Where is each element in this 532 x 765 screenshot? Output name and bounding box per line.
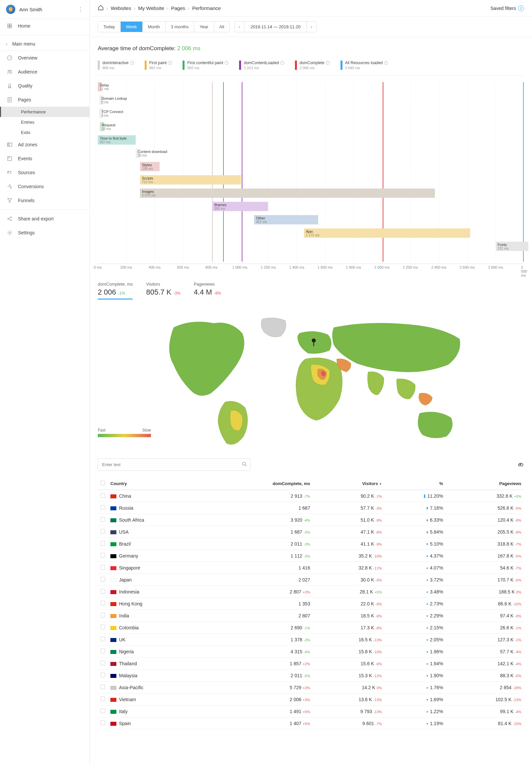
nav-ad-zones[interactable]: Ad zones (0, 138, 89, 152)
th-country[interactable]: Country (108, 477, 206, 490)
table-row[interactable]: Germany1 112-3%35.2 K-10%4.37%167.8 K-5% (98, 550, 524, 562)
help-icon[interactable]: ? (130, 61, 134, 65)
wf-bar-delay[interactable]: Delay11 ms (98, 82, 102, 91)
table-row[interactable]: China2 913-7%90.2 K-1%11.20%332.8 K+5% (98, 490, 524, 502)
row-checkbox[interactable] (100, 625, 105, 629)
date-range-text[interactable]: 2019.11.14 — 2019.11.20 (245, 22, 306, 32)
search-icon[interactable] (242, 461, 248, 468)
table-row[interactable]: Brazil2 011-3%41.1 K-9%5.10%318.8 K-7% (98, 538, 524, 550)
table-row[interactable]: India2 80718.5 K-6%2.29%97.4 K-8% (98, 610, 524, 622)
main-menu-back[interactable]: ‹ Main menu (0, 37, 89, 51)
table-row[interactable]: Hong Kong1 35322.0 K-9%2.73%86.6 K-10% (98, 598, 524, 610)
table-row[interactable]: Vietnam2 006+3%13.6 K-13%1.69%102.5 K-13… (98, 693, 524, 705)
nav-funnels[interactable]: Funnels (0, 194, 89, 208)
date-prev[interactable]: ‹ (235, 22, 245, 32)
search-input[interactable] (98, 458, 251, 471)
th-pv[interactable]: Pageviews (446, 477, 524, 490)
row-checkbox[interactable] (100, 685, 105, 689)
nav-home[interactable]: Home (0, 19, 89, 33)
table-row[interactable]: Singapore1 41632.8 K-11%4.07%54.6 K-7% (98, 562, 524, 574)
row-checkbox[interactable] (100, 696, 105, 701)
nav-settings[interactable]: Settings (0, 226, 89, 240)
row-checkbox[interactable] (100, 541, 105, 545)
row-checkbox[interactable] (100, 708, 105, 713)
row-checkbox[interactable] (100, 505, 105, 510)
row-checkbox[interactable] (100, 529, 105, 534)
wf-bar-scripts[interactable]: Scripts712 ms (140, 175, 241, 185)
nav-audience[interactable]: Audience (0, 65, 89, 79)
home-icon[interactable] (98, 5, 104, 12)
th-dom[interactable]: domComplete, ms (206, 477, 312, 490)
wf-bar-time-to-first-byte[interactable]: Time to first byte267 ms (98, 135, 136, 145)
subnav-exits[interactable]: Exits (0, 127, 89, 138)
avatar[interactable] (6, 5, 15, 14)
range-month[interactable]: Month (143, 22, 166, 32)
help-icon[interactable]: ? (225, 61, 229, 65)
table-row[interactable]: Spain1 407+5%9 601-7%1.19%81.4 K-10% (98, 717, 524, 729)
table-row[interactable]: Indonesia2 807+3%28.1 K+5%3.48%188.5 K0% (98, 586, 524, 598)
nav-pages[interactable]: Pages (0, 93, 89, 107)
crumb[interactable]: Websites (111, 5, 131, 11)
nav-conversions[interactable]: Conversions (0, 180, 89, 194)
wf-bar-domain-lookup[interactable]: Domain Lookup0 ms (99, 95, 103, 105)
help-icon[interactable]: ? (326, 61, 330, 65)
range-year[interactable]: Year (194, 22, 214, 32)
help-icon[interactable]: ? (384, 61, 388, 65)
range-3-months[interactable]: 3 months (166, 22, 194, 32)
wf-bar-styles[interactable]: Styles138 ms (140, 162, 160, 171)
saved-filters[interactable]: Saved filters 0 (490, 5, 524, 11)
table-row[interactable]: Colombia2 690-1%17.3 K-8%2.15%26.6 K-1% (98, 622, 524, 634)
row-checkbox[interactable] (100, 565, 105, 569)
row-checkbox[interactable] (100, 517, 105, 522)
help-icon[interactable]: ? (280, 61, 284, 65)
range-all[interactable]: All (214, 22, 230, 32)
row-checkbox[interactable] (100, 589, 105, 593)
row-checkbox[interactable] (100, 661, 105, 665)
row-checkbox[interactable] (100, 577, 105, 581)
wf-bar-ajax[interactable]: Ajax1 172 ms (304, 229, 470, 238)
range-week[interactable]: Week (121, 22, 143, 32)
th-visitors[interactable]: Visitors▼ (313, 477, 385, 490)
stat-domcomplete-ms[interactable]: domComplete, ms2 006 -1% (98, 282, 133, 300)
stat-pageviews[interactable]: Pageviews4.4 M -8% (194, 282, 221, 300)
crumb[interactable]: My Website (138, 5, 164, 11)
wf-bar-other[interactable]: Other452 ms (254, 215, 318, 225)
row-checkbox[interactable] (100, 720, 105, 725)
table-row[interactable]: UK1 378-3%16.5 K-13%2.05%127.3 K-1% (98, 634, 524, 646)
wf-bar-fonts[interactable]: Fonts231 ms (496, 242, 529, 251)
date-next[interactable]: › (306, 22, 316, 32)
row-checkbox[interactable] (100, 493, 105, 498)
row-checkbox[interactable] (100, 613, 105, 617)
row-checkbox[interactable] (100, 673, 105, 677)
wf-bar-iframes[interactable]: Iframes393 ms (212, 202, 268, 211)
stat-visitors[interactable]: Visitors805.7 K -3% (146, 282, 180, 300)
table-row[interactable]: Thailand1 857+2%15.6 K-6%1.94%142.1 K-4% (98, 658, 524, 670)
wf-bar-images[interactable]: Images2 075 ms (140, 189, 435, 198)
table-row[interactable]: Nigeria4 315-4%15.8 K-10%1.96%57.7 K-4% (98, 646, 524, 658)
help-icon[interactable]: ? (168, 61, 172, 65)
subnav-entries[interactable]: Entries (0, 117, 89, 127)
th-pct[interactable]: % (385, 477, 446, 490)
nav-quality[interactable]: Quality (0, 79, 89, 93)
table-row[interactable]: Japan2 02730.0 K-5%3.72%170.7 K-5% (98, 574, 524, 586)
select-all-checkbox[interactable] (100, 481, 105, 485)
row-checkbox[interactable] (100, 601, 105, 605)
crumb[interactable]: Pages (171, 5, 186, 11)
nav-share-and-export[interactable]: Share and export (0, 212, 89, 226)
wf-bar-tcp-connect[interactable]: TCP Connect3 ms (99, 109, 103, 118)
wf-bar-content-download[interactable]: Content download30 ms (136, 149, 140, 158)
table-row[interactable]: Malaysia2 011-5%15.3 K-12%1.90%88.3 K-6% (98, 670, 524, 682)
table-row[interactable]: USA1 687-3%47.1 K-8%5.84%205.5 K-8% (98, 526, 524, 538)
wf-bar-request[interactable]: Request33 ms (100, 122, 104, 131)
table-row[interactable]: Russia1 68757.7 K-3%7.16%526.6 K-6% (98, 502, 524, 514)
range-today[interactable]: Today (98, 22, 121, 32)
subnav-performance[interactable]: Performance (0, 107, 89, 117)
row-checkbox[interactable] (100, 649, 105, 653)
nav-events[interactable]: Events (0, 152, 89, 166)
world-map[interactable]: FastSlow (98, 308, 524, 450)
download-icon[interactable] (517, 460, 524, 469)
more-icon[interactable]: ⋮ (78, 6, 84, 13)
table-row[interactable]: South Africa3 920-4%51.0 K-9%6.33%120.4 … (98, 514, 524, 526)
nav-sources[interactable]: Sources (0, 166, 89, 180)
nav-overview[interactable]: Overview (0, 51, 89, 65)
